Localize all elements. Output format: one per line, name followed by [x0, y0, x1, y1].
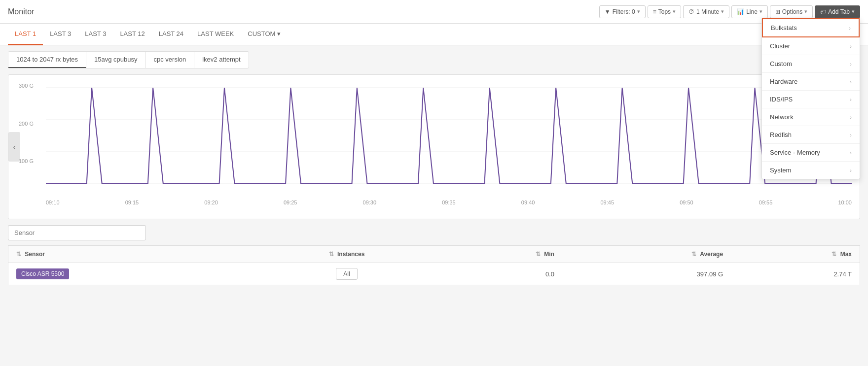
dropdown-label-hardware: Hardware	[770, 78, 797, 85]
x-label-0930: 09:30	[363, 200, 377, 205]
x-label-0955: 09:55	[759, 200, 773, 205]
tab-lastweek[interactable]: LAST WEEK	[190, 24, 241, 45]
x-axis: 09:10 09:15 09:20 09:25 09:30 09:35 09:4…	[46, 200, 852, 205]
filters-label: Filters: 0	[613, 8, 635, 15]
chart-svg	[46, 83, 852, 196]
tab-last3-label: LAST 3	[50, 30, 71, 37]
main-tabs: LAST 1 LAST 3 LAST 3 LAST 12 LAST 24 LAS…	[0, 24, 868, 45]
col-max[interactable]: ⇅ Max	[731, 246, 860, 263]
sort-min-icon: ⇅	[536, 251, 541, 258]
col-average[interactable]: ⇅ Average	[562, 246, 731, 263]
options-label: Options	[782, 8, 802, 15]
col-instances[interactable]: ⇅ Instances	[254, 246, 439, 263]
dropdown-arrow-hardware: ›	[850, 79, 852, 85]
chart-nav-left[interactable]: ‹	[8, 132, 20, 162]
tops-icon: ≡	[653, 8, 656, 15]
chart-type-chevron: ▾	[760, 8, 762, 15]
col-min[interactable]: ⇅ Min	[439, 246, 562, 263]
options-chevron: ▾	[804, 8, 807, 15]
tab-lastweek-label: LAST WEEK	[197, 30, 234, 37]
dropdown-item-system[interactable]: System ›	[762, 162, 860, 179]
tops-button[interactable]: ≡ Tops ▾	[648, 5, 681, 18]
sub-tab-cpc-label: cpc version	[153, 56, 186, 63]
add-tab-label: Add Tab	[828, 8, 850, 15]
cell-min: 0.0	[439, 263, 562, 285]
sort-sensor-icon: ⇅	[16, 251, 21, 258]
dropdown-item-bulkstats[interactable]: Bulkstats ›	[762, 18, 860, 37]
chart-icon: 📊	[737, 8, 744, 15]
dropdown-label-cluster: Cluster	[770, 42, 790, 50]
chevron-left-icon: ‹	[13, 143, 15, 151]
sub-tab-1024-label: 1024 to 2047 rx bytes	[16, 56, 78, 63]
sort-max-icon: ⇅	[832, 251, 836, 258]
y-axis: 300 G 200 G 100 G	[19, 83, 34, 196]
dropdown-arrow-bulkstats: ›	[849, 25, 851, 31]
dropdown-label-custom: Custom	[770, 60, 792, 67]
x-label-0945: 09:45	[600, 200, 614, 205]
tab-last3b[interactable]: LAST 3	[78, 24, 113, 45]
add-tab-button[interactable]: 🏷 Add Tab ▾	[815, 5, 860, 18]
sub-tab-cpubusy[interactable]: 15avg cpubusy	[86, 52, 145, 68]
dropdown-label-system: System	[770, 166, 791, 174]
interval-chevron: ▾	[721, 8, 724, 15]
sub-tab-1024[interactable]: 1024 to 2047 rx bytes	[8, 52, 86, 68]
sensor-search-container	[8, 225, 860, 240]
x-label-0910: 09:10	[46, 200, 60, 205]
dropdown-item-redfish[interactable]: Redfish ›	[762, 126, 860, 144]
table-header-row: ⇅ Sensor ⇅ Instances ⇅ Min ⇅ Average	[8, 246, 860, 263]
cell-sensor: Cisco ASR 5500	[8, 263, 255, 285]
grid-icon: ⊞	[775, 8, 780, 15]
dropdown-arrow-system: ›	[850, 167, 852, 173]
options-button[interactable]: ⊞ Options ▾	[770, 5, 813, 18]
tab-last24-label: LAST 24	[159, 30, 183, 37]
chart-type-button[interactable]: 📊 Line ▾	[731, 5, 768, 18]
chart-type-label: Line	[746, 8, 758, 15]
sub-tab-cpubusy-label: 15avg cpubusy	[94, 56, 137, 63]
instances-button[interactable]: All	[336, 268, 357, 280]
filters-button[interactable]: ▼ Filters: 0 ▾	[599, 5, 646, 18]
sub-tabs: 1024 to 2047 rx bytes 15avg cpubusy cpc …	[8, 51, 249, 68]
dropdown-item-service-memory[interactable]: Service - Memory ›	[762, 144, 860, 162]
sort-instances-icon: ⇅	[329, 251, 334, 258]
tops-chevron: ▾	[673, 8, 676, 15]
dropdown-item-network[interactable]: Network ›	[762, 108, 860, 126]
col-sensor-label: Sensor	[25, 251, 45, 258]
x-label-0935: 09:35	[442, 200, 456, 205]
x-label-0915: 09:15	[125, 200, 139, 205]
dropdown-arrow-service-memory: ›	[850, 150, 852, 156]
tab-custom[interactable]: CUSTOM ▾	[241, 24, 288, 45]
y-label-300: 300 G	[19, 83, 34, 89]
dropdown-arrow-network: ›	[850, 114, 852, 120]
sub-tab-ikev2[interactable]: ikev2 attempt	[194, 52, 248, 68]
app-title: Monitor	[8, 7, 34, 16]
dropdown-item-cluster[interactable]: Cluster ›	[762, 37, 860, 55]
sub-tab-cpc[interactable]: cpc version	[145, 52, 194, 68]
tab-custom-label: CUSTOM	[248, 30, 275, 37]
tag-icon: 🏷	[820, 8, 826, 15]
cell-max: 2.74 T	[731, 263, 860, 285]
dropdown-label-service-memory: Service - Memory	[770, 149, 820, 156]
col-average-label: Average	[700, 251, 723, 258]
dropdown-label-network: Network	[770, 113, 794, 121]
tab-last24[interactable]: LAST 24	[152, 24, 190, 45]
sensor-badge: Cisco ASR 5500	[16, 268, 69, 279]
cell-instances: All	[254, 263, 439, 285]
tab-last12[interactable]: LAST 12	[113, 24, 151, 45]
sort-average-icon: ⇅	[691, 251, 696, 258]
dropdown-item-ids-ips[interactable]: IDS/IPS ›	[762, 91, 860, 108]
interval-button[interactable]: ⏱ 1 Minute ▾	[683, 5, 729, 18]
x-label-0925: 09:25	[284, 200, 297, 205]
tops-label: Tops	[658, 8, 671, 15]
dropdown-arrow-cluster: ›	[850, 43, 852, 49]
tab-last1[interactable]: LAST 1	[8, 24, 43, 45]
dropdown-arrow-ids-ips: ›	[850, 97, 852, 102]
chart-area: 300 G 200 G 100 G	[46, 83, 852, 211]
sensor-search-input[interactable]	[8, 225, 146, 240]
data-table: ⇅ Sensor ⇅ Instances ⇅ Min ⇅ Average	[8, 245, 860, 285]
col-sensor[interactable]: ⇅ Sensor	[8, 246, 255, 263]
dropdown-item-hardware[interactable]: Hardware ›	[762, 73, 860, 91]
col-instances-label: Instances	[337, 251, 364, 258]
tab-last3[interactable]: LAST 3	[43, 24, 78, 45]
header: Monitor ▼ Filters: 0 ▾ ≡ Tops ▾ ⏱ 1 Minu…	[0, 0, 868, 24]
dropdown-item-custom[interactable]: Custom ›	[762, 55, 860, 73]
